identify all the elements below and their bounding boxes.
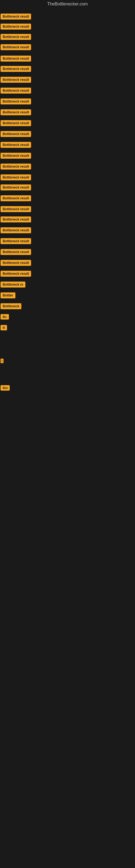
bottleneck-badge-30: B [1,325,7,330]
bottleneck-item-17[interactable]: Bottleneck result [1,184,31,190]
bottleneck-item-15[interactable]: Bottleneck result [1,163,31,169]
bottleneck-badge-32: | [1,359,3,363]
bottleneck-item-4[interactable]: Bottleneck result [1,44,31,50]
bottleneck-item-7[interactable]: Bottleneck result [1,77,31,83]
bottleneck-item-28[interactable]: Bottleneck [1,303,21,309]
bottleneck-badge-10: Bottleneck result [1,109,31,115]
bottleneck-badge-28: Bottleneck [1,303,21,309]
site-title: TheBottlenecker.com [0,0,135,8]
bottleneck-item-13[interactable]: Bottleneck result [1,142,31,148]
bottleneck-badge-29: Bo [1,314,9,319]
bottleneck-badge-12: Bottleneck result [1,131,31,137]
bottleneck-item-24[interactable]: Bottleneck result [1,260,31,266]
bottleneck-item-14[interactable]: Bottleneck result [1,153,31,159]
bottleneck-item-22[interactable]: Bottleneck result [1,238,31,244]
bottleneck-badge-20: Bottleneck result [1,216,31,222]
bottleneck-badge-5: Bottleneck result [1,56,31,62]
bottleneck-badge-27: Bottler [1,292,15,299]
bottleneck-item-5[interactable]: Bottleneck result [1,56,31,62]
bottleneck-item-21[interactable]: Bottleneck result [1,227,31,233]
bottleneck-badge-23: Bottleneck result [1,249,31,255]
bottleneck-badge-24: Bottleneck result [1,260,31,266]
bottleneck-badge-22: Bottleneck result [1,238,31,244]
bottleneck-item-11[interactable]: Bottleneck result [1,120,31,126]
bottleneck-item-1[interactable]: Bottleneck result [1,13,31,20]
bottleneck-item-19[interactable]: Bottleneck result [1,206,31,212]
bottleneck-badge-21: Bottleneck result [1,227,31,233]
bottleneck-item-2[interactable]: Bottleneck result [1,24,31,30]
bottleneck-badge-17: Bottleneck result [1,184,31,190]
bottleneck-badge-15: Bottleneck result [1,163,31,169]
bottleneck-item-6[interactable]: Bottleneck result [1,66,31,72]
bottleneck-badge-6: Bottleneck result [1,66,31,72]
bottleneck-item-9[interactable]: Bottleneck result [1,98,31,104]
bottleneck-item-10[interactable]: Bottleneck result [1,109,31,115]
bottleneck-item-20[interactable]: Bottleneck result [1,216,31,222]
bottleneck-badge-9: Bottleneck result [1,98,31,104]
bottleneck-item-8[interactable]: Bottleneck result [1,88,31,94]
bottleneck-badge-18: Bottleneck result [1,195,31,201]
bottleneck-badge-19: Bottleneck result [1,206,31,212]
bottleneck-badge-14: Bottleneck result [1,153,31,159]
bottleneck-item-23[interactable]: Bottleneck result [1,249,31,255]
bottleneck-badge-4: Bottleneck result [1,44,31,50]
bottleneck-badge-7: Bottleneck result [1,77,31,83]
bottleneck-badge-11: Bottleneck result [1,120,31,126]
bottleneck-badge-16: Bottleneck result [1,175,31,180]
bottleneck-badge-13: Bottleneck result [1,142,31,148]
bottleneck-item-3[interactable]: Bottleneck result [1,34,31,40]
bottleneck-item-32[interactable]: | [1,358,3,363]
bottleneck-item-34[interactable]: Bot [1,385,10,391]
bottleneck-badge-3: Bottleneck result [1,34,31,40]
bottleneck-badge-8: Bottleneck result [1,88,31,94]
bottleneck-item-30[interactable]: B [1,325,7,330]
bottleneck-item-12[interactable]: Bottleneck result [1,131,31,137]
bottleneck-item-18[interactable]: Bottleneck result [1,195,31,201]
bottleneck-badge-25: Bottleneck result [1,271,31,277]
bottleneck-badge-1: Bottleneck result [1,13,31,20]
bottleneck-item-29[interactable]: Bo [1,314,9,319]
bottleneck-badge-2: Bottleneck result [1,24,31,30]
bottleneck-item-27[interactable]: Bottler [1,292,15,299]
bottleneck-badge-26: Bottleneck re [1,282,26,287]
bottleneck-item-16[interactable]: Bottleneck result [1,175,31,180]
bottleneck-item-25[interactable]: Bottleneck result [1,271,31,277]
bottleneck-badge-34: Bot [1,385,10,391]
bottleneck-item-26[interactable]: Bottleneck re [1,282,26,287]
